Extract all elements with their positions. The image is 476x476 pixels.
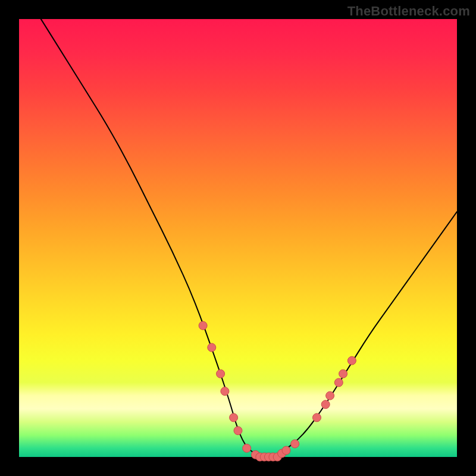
- data-dot: [243, 444, 251, 452]
- data-dot: [347, 356, 356, 365]
- data-dot: [234, 427, 242, 435]
- data-dot: [334, 378, 343, 387]
- data-dot: [291, 440, 299, 448]
- chart-svg: [19, 19, 457, 457]
- data-dot: [230, 414, 238, 422]
- data-dot: [326, 392, 334, 400]
- data-dot: [321, 400, 330, 409]
- bottleneck-curve: [19, 0, 457, 457]
- data-dot: [208, 343, 216, 352]
- data-dot: [313, 414, 321, 422]
- data-dot: [217, 369, 225, 378]
- data-dot: [221, 387, 229, 396]
- data-dot: [199, 321, 207, 330]
- data-dot: [282, 446, 290, 455]
- data-dot: [339, 369, 347, 378]
- watermark-text: TheBottleneck.com: [347, 4, 470, 19]
- data-dots: [199, 321, 356, 461]
- chart-frame: TheBottleneck.com: [0, 0, 476, 476]
